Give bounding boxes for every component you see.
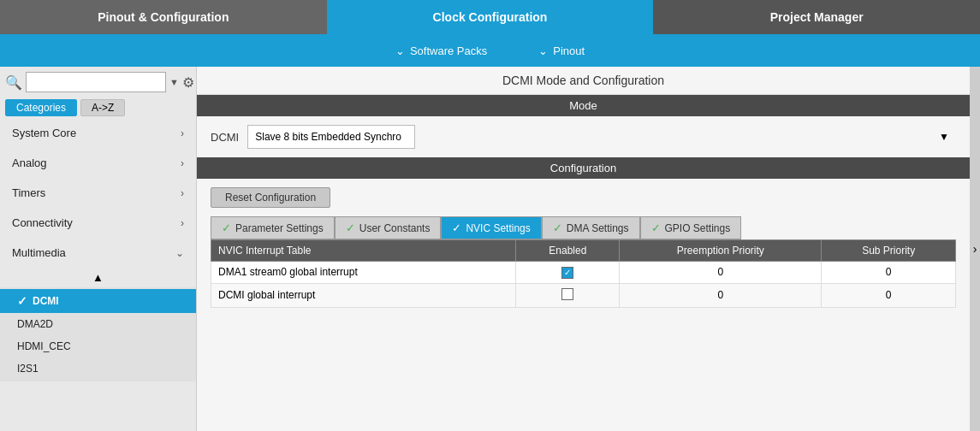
sidebar-item-label-system-core: System Core (12, 127, 76, 139)
sidebar-sub-item-dma2d[interactable]: DMA2D (0, 313, 196, 335)
sidebar-item-timers[interactable]: Timers › (0, 178, 196, 208)
app-container: Pinout & Configuration Clock Configurati… (0, 0, 980, 431)
filter-tab-categories[interactable]: Categories (5, 99, 77, 116)
tab-project[interactable]: Project Manager (653, 0, 980, 34)
filter-tabs: Categories A->Z (0, 97, 196, 118)
check-icon-dcmi: ✓ (17, 294, 27, 308)
search-icon[interactable]: 🔍 (5, 74, 22, 91)
settings-tabs: ✓ Parameter Settings ✓ User Constants ✓ … (211, 216, 956, 239)
sidebar-item-multimedia[interactable]: Multimedia ⌄ (0, 238, 196, 268)
arrow-icon-connectivity: › (181, 217, 184, 229)
sidebar-item-label-timers: Timers (12, 186, 45, 199)
search-input[interactable] (26, 72, 166, 92)
config-section: Reset Configuration ✓ Parameter Settings… (197, 179, 970, 316)
tab-dma-settings[interactable]: ✓ DMA Settings (542, 216, 640, 239)
tab-nvic-settings[interactable]: ✓ NVIC Settings (441, 216, 541, 239)
top-nav: Pinout & Configuration Clock Configurati… (0, 0, 980, 34)
sub-cell-0: 0 (822, 262, 956, 284)
reset-config-button[interactable]: Reset Configuration (211, 187, 330, 208)
checkbox-unchecked-1[interactable] (561, 288, 573, 300)
table-row: DMA1 stream0 global interrupt ✓ 0 0 (211, 262, 956, 284)
sub-cell-1: 0 (822, 283, 956, 307)
sidebar-sub-item-label-dcmi: DCMI (33, 295, 59, 307)
chevron-down-icon: ⌄ (395, 44, 405, 57)
gear-icon[interactable]: ⚙ (182, 74, 194, 91)
config-header: Configuration (197, 157, 970, 179)
tab-user-constants[interactable]: ✓ User Constants (335, 216, 442, 239)
enabled-cell-0[interactable]: ✓ (516, 262, 620, 284)
tab-parameter-settings[interactable]: ✓ Parameter Settings (211, 216, 335, 239)
pinout-item[interactable]: ⌄ Pinout (538, 44, 585, 57)
preemption-cell-0: 0 (620, 262, 822, 284)
tab-clock[interactable]: Clock Configuration (327, 0, 654, 34)
col-header-enabled: Enabled (516, 240, 620, 262)
chevron-down-icon-2: ⌄ (538, 44, 548, 57)
pinout-label: Pinout (553, 44, 585, 57)
table-row: DCMI global interrupt 0 0 (211, 283, 956, 307)
software-packs-item[interactable]: ⌄ Software Packs (395, 44, 487, 57)
main-layout: 🔍 ▼ ⚙ Categories A->Z System Core › Anal… (0, 67, 980, 431)
tab-label-gpio: GPIO Settings (665, 222, 731, 234)
col-header-interrupt: NVIC Interrupt Table (211, 240, 516, 262)
arrow-icon-analog: › (181, 157, 184, 169)
interrupt-name-0: DMA1 stream0 global interrupt (211, 262, 516, 284)
enabled-cell-1[interactable] (516, 283, 620, 307)
check-icon-gpio: ✓ (651, 221, 661, 234)
sidebar: 🔍 ▼ ⚙ Categories A->Z System Core › Anal… (0, 67, 197, 431)
preemption-cell-1: 0 (620, 283, 822, 307)
sidebar-sub-item-label-dma2d: DMA2D (17, 318, 53, 330)
right-expand-arrow[interactable]: › (970, 67, 980, 431)
tab-pinout[interactable]: Pinout & Configuration (0, 0, 327, 34)
tab-label-dma: DMA Settings (567, 222, 629, 234)
nvic-table: NVIC Interrupt Table Enabled Preemption … (211, 239, 956, 308)
sidebar-item-system-core[interactable]: System Core › (0, 118, 196, 148)
check-icon-dma: ✓ (553, 221, 562, 234)
sidebar-item-label-multimedia: Multimedia (12, 246, 66, 259)
software-packs-label: Software Packs (410, 44, 487, 57)
select-arrow-icon: ▼ (939, 131, 949, 143)
sidebar-sub-item-hdmi-cec[interactable]: HDMI_CEC (0, 335, 196, 357)
arrow-icon-multimedia: ⌄ (175, 247, 184, 259)
secondary-bar: ⌄ Software Packs ⌄ Pinout (0, 34, 980, 67)
mode-label: DCMI (211, 131, 239, 144)
sidebar-sub-item-dcmi[interactable]: ✓ DCMI (0, 289, 196, 313)
content: DCMI Mode and Configuration Mode DCMI Sl… (197, 67, 970, 431)
sidebar-up-arrow[interactable]: ▲ (0, 268, 196, 287)
mode-select[interactable]: Slave 8 bits Embedded SynchroSlave 10 bi… (247, 125, 415, 149)
right-arrow-icon: › (973, 242, 977, 256)
search-bar: 🔍 ▼ ⚙ (0, 67, 196, 97)
sidebar-items: System Core › Analog › Timers › Connecti… (0, 118, 196, 431)
filter-tab-atoz[interactable]: A->Z (80, 99, 125, 116)
mode-header: Mode (197, 95, 970, 116)
sidebar-sub-item-label-hdmi-cec: HDMI_CEC (17, 340, 71, 352)
sidebar-item-connectivity[interactable]: Connectivity › (0, 208, 196, 238)
dropdown-arrow-icon[interactable]: ▼ (169, 77, 179, 87)
checkbox-checked-0[interactable]: ✓ (561, 267, 573, 279)
col-header-sub: Sub Priority (822, 240, 956, 262)
interrupt-name-1: DCMI global interrupt (211, 283, 516, 307)
sidebar-sub: ✓ DCMI DMA2D HDMI_CEC I2S1 (0, 287, 196, 381)
mode-select-wrapper: Slave 8 bits Embedded SynchroSlave 10 bi… (247, 125, 956, 149)
sidebar-sub-item-label-i2s1: I2S1 (17, 363, 39, 375)
check-icon-parameter: ✓ (222, 221, 231, 234)
arrow-icon-system-core: › (181, 127, 184, 139)
up-arrow-icon: ▲ (92, 271, 104, 284)
tab-label-nvic: NVIC Settings (466, 222, 530, 234)
tab-gpio-settings[interactable]: ✓ GPIO Settings (640, 216, 742, 239)
sidebar-item-label-connectivity: Connectivity (12, 216, 73, 229)
sidebar-item-label-analog: Analog (12, 156, 46, 169)
check-icon-user-constants: ✓ (346, 221, 355, 234)
mode-section: DCMI Slave 8 bits Embedded SynchroSlave … (197, 116, 970, 157)
check-icon-nvic: ✓ (452, 221, 461, 234)
tab-label-parameter: Parameter Settings (235, 222, 324, 234)
col-header-preemption: Preemption Priority (620, 240, 822, 262)
content-title: DCMI Mode and Configuration (197, 67, 970, 95)
sidebar-sub-item-i2s1[interactable]: I2S1 (0, 357, 196, 380)
arrow-icon-timers: › (181, 187, 184, 199)
sidebar-item-analog[interactable]: Analog › (0, 148, 196, 178)
tab-label-user-constants: User Constants (359, 222, 431, 234)
